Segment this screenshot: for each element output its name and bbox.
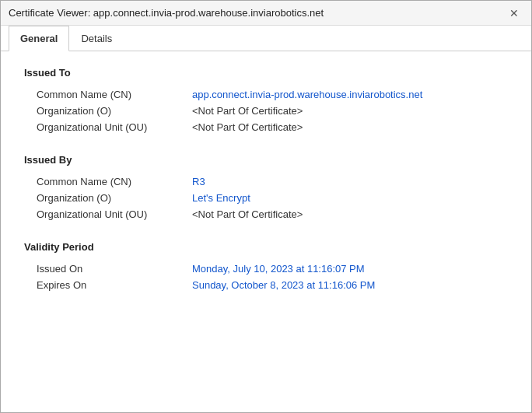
certificate-dialog: Certificate Viewer: app.connect.invia-pr…: [0, 0, 532, 413]
field-value: Let's Encrypt: [187, 190, 516, 206]
dialog-title: Certificate Viewer: app.connect.invia-pr…: [9, 7, 324, 19]
field-label: Common Name (CN): [32, 86, 187, 103]
table-row: Common Name (CN) R3: [32, 173, 516, 190]
field-label: Organizational Unit (OU): [32, 206, 187, 222]
field-value: <Not Part Of Certificate>: [187, 103, 516, 119]
expires-on-value: Sunday, October 8, 2023 at 11:16:06 PM: [187, 277, 516, 293]
validity-title: Validity Period: [24, 241, 508, 253]
title-bar: Certificate Viewer: app.connect.invia-pr…: [1, 1, 531, 26]
section-issued-by: Issued By Common Name (CN) R3 Organizati…: [24, 154, 508, 222]
table-row: Issued On Monday, July 10, 2023 at 11:16…: [32, 261, 516, 277]
issued-to-title: Issued To: [24, 67, 508, 79]
table-row: Organizational Unit (OU) <Not Part Of Ce…: [32, 119, 516, 135]
content-area: Issued To Common Name (CN) app.connect.i…: [1, 51, 531, 412]
tab-details[interactable]: Details: [69, 26, 124, 51]
field-value: app.connect.invia-prod.warehouse.inviaro…: [187, 86, 516, 103]
issued-by-title: Issued By: [24, 154, 508, 166]
field-value: <Not Part Of Certificate>: [187, 119, 516, 135]
field-value: <Not Part Of Certificate>: [187, 206, 516, 222]
issued-on-value: Monday, July 10, 2023 at 11:16:07 PM: [187, 261, 516, 277]
table-row: Organization (O) <Not Part Of Certificat…: [32, 103, 516, 119]
tab-general[interactable]: General: [9, 26, 69, 51]
field-label: Common Name (CN): [32, 173, 187, 190]
issued-to-table: Common Name (CN) app.connect.invia-prod.…: [32, 86, 516, 135]
close-button[interactable]: ✕: [505, 6, 523, 20]
validity-table: Issued On Monday, July 10, 2023 at 11:16…: [32, 261, 516, 293]
expires-on-label: Expires On: [32, 277, 187, 293]
field-label: Organizational Unit (OU): [32, 119, 187, 135]
section-issued-to: Issued To Common Name (CN) app.connect.i…: [24, 67, 508, 135]
field-value: R3: [187, 173, 516, 190]
tab-bar: General Details: [1, 26, 531, 51]
field-label: Organization (O): [32, 103, 187, 119]
issued-on-label: Issued On: [32, 261, 187, 277]
table-row: Organization (O) Let's Encrypt: [32, 190, 516, 206]
table-row: Expires On Sunday, October 8, 2023 at 11…: [32, 277, 516, 293]
field-label: Organization (O): [32, 190, 187, 206]
section-validity: Validity Period Issued On Monday, July 1…: [24, 241, 508, 293]
table-row: Common Name (CN) app.connect.invia-prod.…: [32, 86, 516, 103]
table-row: Organizational Unit (OU) <Not Part Of Ce…: [32, 206, 516, 222]
issued-by-table: Common Name (CN) R3 Organization (O) Let…: [32, 173, 516, 222]
